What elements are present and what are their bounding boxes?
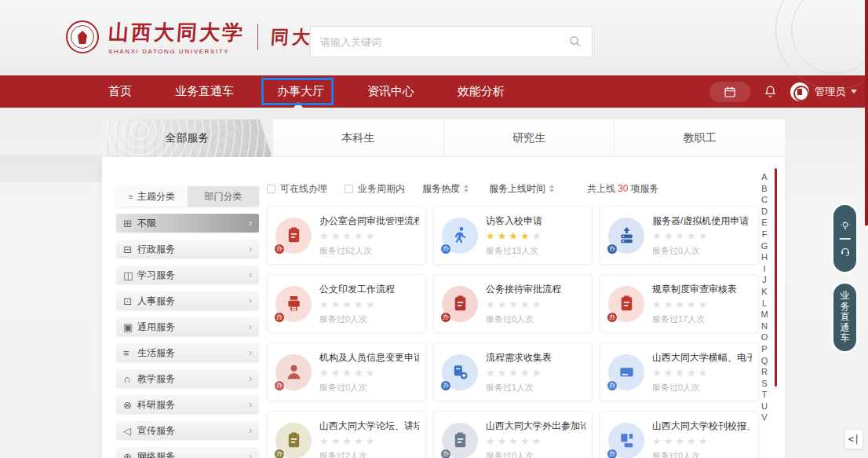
server-icon: ≡ (123, 347, 137, 359)
sort-up-icon (464, 185, 469, 188)
service-card[interactable]: 办办公室合同审批管理流程★★★★★服务过62人次 (267, 206, 426, 265)
service-card[interactable]: 办公文印发工作流程★★★★★服务过0人次 (267, 274, 426, 333)
alphabet-letter[interactable]: G (758, 240, 771, 252)
alphabet-letter[interactable]: U (758, 401, 771, 412)
alphabet-letter[interactable]: T (758, 389, 771, 401)
service-badge: 办 (607, 449, 618, 458)
filter-checkbox-1[interactable]: 业务周期内 (345, 182, 405, 196)
business-express-shortcut[interactable]: 业务直通车 (833, 284, 856, 351)
collapse-sidebar-button[interactable]: <| (845, 430, 863, 449)
floating-toolbar[interactable] (833, 205, 856, 272)
service-card[interactable]: 办山西大同大学校刊校报、...★★★★★服务过0人次 (600, 411, 759, 458)
alphabet-letter[interactable]: L (758, 298, 771, 310)
star-icon: ★ (687, 435, 698, 447)
star-icon: ★ (698, 435, 710, 447)
checkbox-icon[interactable] (345, 185, 353, 193)
sort-arrows-icon[interactable] (464, 185, 469, 192)
tab-2[interactable]: 研究生 (443, 119, 615, 157)
category-tab-1[interactable]: 部门分类 (188, 186, 259, 207)
bell-icon[interactable] (764, 85, 777, 98)
sidebar-item[interactable]: ≡生活服务› (116, 343, 259, 362)
service-card[interactable]: 办规章制度审查审核表★★★★★服务过17人次 (600, 274, 759, 333)
sidebar-item[interactable]: ◁宣传服务› (116, 421, 259, 440)
sidebar-item[interactable]: ⊟行政服务› (116, 240, 259, 258)
clipboard-check-icon: 办 (442, 286, 478, 322)
service-title: 服务器/虚拟机使用申请 (652, 214, 749, 228)
tab-3[interactable]: 教职工 (614, 119, 785, 157)
search-input[interactable] (320, 36, 568, 48)
alphabet-letter[interactable]: B (758, 183, 771, 195)
search-box[interactable] (310, 26, 593, 57)
star-icon: ★ (532, 435, 544, 447)
sort-control-0[interactable]: 服务热度 (422, 182, 469, 196)
alphabet-scrollbar[interactable] (775, 168, 777, 387)
alphabet-letter[interactable]: D (758, 206, 771, 218)
journal-layout-icon: 办 (608, 423, 644, 458)
alphabet-letter[interactable]: H (758, 251, 771, 263)
nav-item-1[interactable]: 业务直通车 (175, 84, 234, 99)
sidebar-item-label: 学习服务 (137, 269, 175, 282)
service-card[interactable]: 办服务器/虚拟机使用申请★★★★★服务过0人次 (600, 206, 759, 265)
alphabet-letter[interactable]: E (758, 217, 771, 229)
star-icon: ★ (354, 435, 366, 447)
alphabet-letter[interactable]: N (758, 321, 771, 332)
alphabet-letter[interactable]: V (758, 412, 771, 423)
sort-arrows-icon[interactable] (549, 185, 554, 192)
nav-item-4[interactable]: 效能分析 (458, 84, 505, 99)
alphabet-letter[interactable]: Q (758, 355, 771, 367)
alphabet-letter[interactable]: M (758, 309, 771, 321)
service-card[interactable]: 办访客入校申请★★★★★服务过13人次 (433, 206, 593, 265)
search-icon[interactable] (568, 35, 582, 49)
service-card[interactable]: 办山西大同大学外出参加论...★★★★★服务过0人次 (433, 411, 593, 458)
sidebar-item[interactable]: ⊞不限› (116, 214, 259, 233)
sort-control-1[interactable]: 服务上线时间 (489, 182, 554, 196)
user-avatar[interactable] (790, 82, 809, 101)
alphabet-letter[interactable]: I (758, 263, 771, 275)
service-count: 服务过0人次 (652, 450, 752, 458)
sidebar-item[interactable]: ⊡人事服务› (116, 291, 259, 310)
category-tab-0[interactable]: ≡主题分类 (116, 186, 188, 207)
nav-item-3[interactable]: 资讯中心 (367, 84, 414, 99)
service-card[interactable]: 办山西大同大学横幅、电子...★★★★★服务过0人次 (600, 343, 759, 401)
service-card[interactable]: 办机构及人员信息变更申请★★★★★服务过0人次 (267, 343, 426, 401)
user-menu[interactable]: 管理员 (790, 82, 857, 101)
checkbox-icon[interactable] (267, 185, 275, 193)
nav-item-2[interactable]: 办事大厅 (277, 84, 324, 99)
sidebar-item[interactable]: ⊗科研服务› (116, 395, 259, 414)
service-card[interactable]: 办流程需求收集表★★★★★服务过1人次 (433, 343, 593, 401)
chevron-down-icon[interactable] (851, 90, 857, 93)
sidebar-item[interactable]: ⊕网络服务› (116, 447, 259, 458)
service-badge: 办 (274, 449, 285, 458)
headset-icon[interactable] (840, 246, 851, 257)
service-title: 山西大同大学论坛、讲坛... (319, 420, 419, 433)
alphabet-letter[interactable]: A (758, 171, 771, 183)
service-card[interactable]: 办山西大同大学论坛、讲坛...★★★★★服务过2人次 (267, 411, 426, 458)
alphabet-letter[interactable]: F (758, 229, 771, 240)
sidebar-item[interactable]: ◫学习服务› (116, 266, 259, 284)
tab-0[interactable]: 全部服务 (102, 119, 272, 157)
filter-checkbox-0[interactable]: 可在线办理 (267, 182, 327, 196)
alphabet-letter[interactable]: C (758, 194, 771, 206)
service-count: 服务过0人次 (652, 382, 752, 394)
calendar-icon[interactable] (724, 86, 736, 98)
nav-item-0[interactable]: 首页 (108, 84, 132, 99)
page-scrollbar-thumb[interactable] (865, 0, 868, 225)
service-card[interactable]: 办公务接待审批流程★★★★★服务过0人次 (433, 274, 593, 333)
alphabet-letter[interactable]: S (758, 378, 771, 390)
category-sidebar: ≡主题分类部门分类 ⊞不限›⊟行政服务›◫学习服务›⊡人事服务›▣通用服务›≡生… (116, 186, 259, 458)
sidebar-item[interactable]: ∩教学服务› (116, 369, 259, 388)
star-rating: ★★★★★ (319, 231, 419, 241)
sidebar-item[interactable]: ▣通用服务› (116, 317, 259, 336)
schedule-pill[interactable] (709, 82, 750, 102)
shortcut-char: 车 (841, 333, 850, 344)
main-nav: 首页业务直通车办事大厅资讯中心效能分析 管理员 (0, 75, 868, 108)
service-card-body: 山西大同大学横幅、电子...★★★★★服务过0人次 (652, 351, 752, 394)
tab-1[interactable]: 本科生 (272, 119, 443, 157)
alphabet-letter[interactable]: R (758, 366, 771, 378)
lightbulb-icon[interactable] (840, 221, 851, 232)
alphabet-letter[interactable]: J (758, 274, 771, 286)
alphabet-letter[interactable]: O (758, 332, 771, 343)
service-badge: 办 (274, 380, 285, 391)
alphabet-letter[interactable]: P (758, 343, 771, 355)
alphabet-letter[interactable]: K (758, 286, 771, 298)
